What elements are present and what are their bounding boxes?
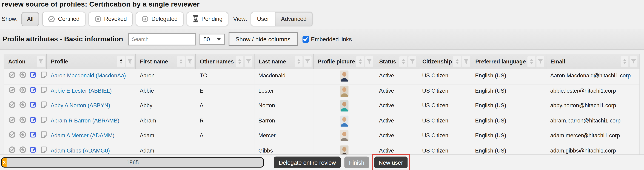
cell-first-name: Abram: [136, 114, 196, 129]
column-header-preferred-language[interactable]: Preferred language: [471, 54, 546, 69]
new-user-highlight-box: New user: [372, 154, 410, 170]
certify-icon[interactable]: [9, 131, 16, 138]
filter-revoked-button[interactable]: Revoked: [88, 12, 132, 26]
edit-icon[interactable]: [30, 101, 37, 108]
column-header-profile[interactable]: Profile: [46, 54, 136, 69]
cell-other-names: A: [196, 129, 254, 144]
cell-email: Aaron.Macdonald@hitachi1.corp: [546, 69, 639, 84]
filter-funnel-icon[interactable]: [126, 56, 134, 67]
cell-preferred-language: English (US): [471, 114, 546, 129]
finish-button[interactable]: Finish: [344, 157, 369, 169]
page-title: review source of profiles: Certification…: [0, 0, 644, 9]
note-icon[interactable]: [41, 101, 46, 108]
profile-link[interactable]: Aaron Macdonald (MacdonAa): [51, 72, 126, 79]
cell-profile: Abram R Barron (ABRAMB): [46, 114, 136, 129]
note-icon[interactable]: [41, 71, 46, 78]
column-header-citizenship[interactable]: Citizenship: [418, 54, 471, 69]
edit-icon[interactable]: [30, 71, 37, 78]
sort-icon[interactable]: [399, 56, 407, 67]
delegate-icon[interactable]: [19, 146, 26, 153]
cell-preferred-language: English (US): [471, 84, 546, 99]
profile-link[interactable]: Adam A Mercer (ADAMM): [51, 132, 114, 139]
edit-icon[interactable]: [30, 146, 37, 153]
certification-review-screen: review source of profiles: Certification…: [0, 0, 644, 170]
column-header-first-name[interactable]: First name: [136, 54, 196, 69]
column-header-email[interactable]: Email: [546, 54, 639, 69]
column-header-status[interactable]: Status: [375, 54, 418, 69]
view-user-button[interactable]: User: [251, 12, 275, 26]
view-toggle: User Advanced: [251, 12, 313, 26]
edit-icon[interactable]: [30, 131, 37, 138]
edit-icon[interactable]: [30, 116, 37, 123]
column-header-last-name[interactable]: Last name: [254, 54, 313, 69]
profile-link[interactable]: Abram R Barron (ABRAMB): [51, 117, 119, 124]
cell-status: Active: [375, 84, 418, 99]
filter-funnel-icon[interactable]: [536, 56, 544, 67]
page-size-select[interactable]: 50: [199, 33, 225, 45]
note-icon[interactable]: [41, 86, 46, 93]
cell-profile: Abbie E Lester (ABBIEL): [46, 84, 136, 99]
column-header-action[interactable]: Action: [4, 54, 46, 69]
filter-funnel-icon[interactable]: [365, 56, 373, 67]
certify-icon[interactable]: [9, 116, 16, 123]
cell-status: Active: [375, 114, 418, 129]
filter-pending-button[interactable]: Pending: [186, 12, 228, 26]
filter-funnel-icon[interactable]: [408, 56, 416, 67]
embedded-links-checkbox[interactable]: [302, 36, 309, 42]
delegate-icon[interactable]: [19, 116, 26, 123]
profile-link[interactable]: Abby A Norton (ABBYN): [51, 103, 110, 109]
note-icon[interactable]: [41, 116, 46, 123]
cell-profile-picture: [313, 129, 375, 144]
table-row: Adam A Mercer (ADAMM) Adam A Mercer Acti…: [4, 129, 639, 144]
filter-funnel-icon[interactable]: [245, 56, 252, 67]
delegate-entire-review-button[interactable]: Delegate entire review: [274, 157, 341, 169]
filter-certified-button[interactable]: Certified: [42, 12, 85, 26]
cell-profile: Abby A Norton (ABBYN): [46, 99, 136, 114]
table-row: Abram R Barron (ABRAMB) Abram R Barron A…: [4, 114, 639, 129]
check-circle-icon: [48, 15, 55, 22]
cell-email: abbie.lester@hitachi1.corp: [546, 84, 639, 99]
header: review source of profiles: Certification…: [0, 0, 644, 29]
filter-delegated-button[interactable]: Delegated: [136, 12, 184, 26]
delegate-icon[interactable]: [19, 86, 26, 93]
sort-icon[interactable]: [621, 56, 628, 67]
arrow-right-circle-icon: [142, 15, 148, 22]
profile-link[interactable]: Adam Gibbs (ADAMG0): [51, 147, 110, 154]
filter-all-button[interactable]: All: [21, 12, 39, 26]
sort-icon[interactable]: [453, 56, 461, 67]
delegate-icon[interactable]: [19, 101, 26, 108]
cell-first-name: Abbie: [136, 84, 196, 99]
cell-citizenship: US Citizen: [418, 129, 471, 144]
delegate-icon[interactable]: [19, 131, 26, 138]
filter-funnel-icon[interactable]: [630, 56, 638, 67]
sort-icon[interactable]: [177, 56, 185, 67]
certify-icon[interactable]: [9, 86, 16, 93]
filter-funnel-icon[interactable]: [462, 56, 470, 67]
certify-icon[interactable]: [9, 71, 16, 78]
sort-icon[interactable]: [117, 56, 125, 67]
sort-icon[interactable]: [527, 56, 535, 67]
profile-link[interactable]: Abbie E Lester (ABBIEL): [51, 87, 112, 94]
sort-icon[interactable]: [236, 56, 244, 67]
certify-icon[interactable]: [9, 101, 16, 108]
filter-funnel-icon[interactable]: [304, 56, 312, 67]
sort-icon[interactable]: [356, 56, 364, 67]
cell-status: Active: [375, 129, 418, 144]
note-icon[interactable]: [41, 146, 46, 153]
table-row: Abby A Norton (ABBYN) Abby A Norton Acti…: [4, 99, 639, 114]
certify-icon[interactable]: [9, 146, 16, 153]
section-title: Profile attributes - Basic information: [2, 35, 123, 43]
column-header-other-names[interactable]: Other names: [196, 54, 254, 69]
show-hide-columns-button[interactable]: Show / hide columns: [228, 32, 298, 46]
filter-funnel-icon[interactable]: [37, 56, 45, 67]
new-user-button[interactable]: New user: [374, 157, 408, 169]
filter-funnel-icon[interactable]: [186, 56, 194, 67]
search-input[interactable]: [128, 33, 196, 45]
delegate-icon[interactable]: [19, 71, 26, 78]
cell-first-name: Aaron: [136, 69, 196, 84]
sort-icon[interactable]: [295, 56, 302, 67]
column-header-profile-picture[interactable]: Profile picture: [313, 54, 375, 69]
note-icon[interactable]: [41, 131, 46, 138]
edit-icon[interactable]: [30, 86, 37, 93]
view-advanced-button[interactable]: Advanced: [275, 12, 313, 26]
